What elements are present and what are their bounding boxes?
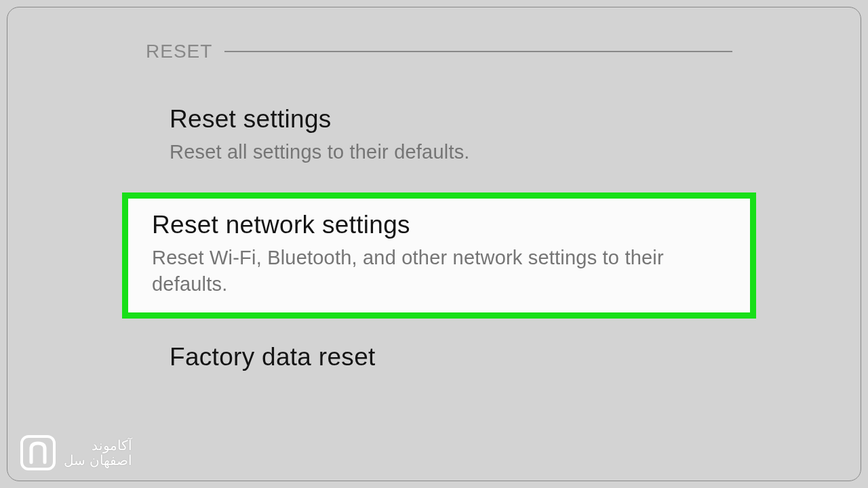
section-header: RESET	[146, 41, 732, 62]
reset-network-item[interactable]: Reset network settings Reset Wi-Fi, Blue…	[128, 199, 750, 312]
watermark-line1: آکاموند	[92, 438, 132, 453]
highlight-box: Reset network settings Reset Wi-Fi, Blue…	[122, 192, 756, 319]
reset-settings-item[interactable]: Reset settings Reset all settings to the…	[146, 93, 732, 180]
factory-reset-item[interactable]: Factory data reset	[146, 331, 732, 392]
reset-network-title: Reset network settings	[152, 211, 726, 239]
section-title: RESET	[146, 41, 212, 62]
settings-content: RESET Reset settings Reset all settings …	[146, 41, 732, 392]
reset-settings-desc: Reset all settings to their defaults.	[170, 139, 709, 165]
reset-network-desc: Reset Wi-Fi, Bluetooth, and other networ…	[152, 245, 726, 298]
reset-settings-title: Reset settings	[170, 105, 709, 134]
logo-icon	[19, 434, 57, 472]
factory-reset-title: Factory data reset	[170, 343, 709, 371]
section-divider	[224, 51, 732, 52]
watermark-line2: اصفهان سل	[64, 453, 132, 468]
watermark-logo: آکاموند اصفهان سل	[19, 434, 132, 472]
svg-rect-0	[22, 436, 54, 469]
watermark-text: آکاموند اصفهان سل	[64, 438, 132, 468]
